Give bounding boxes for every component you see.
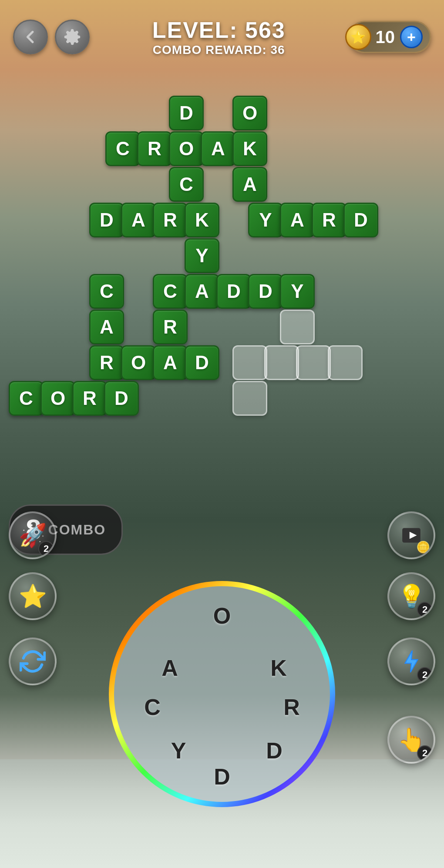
svg-marker-2 (405, 651, 417, 672)
tile-D7: D (104, 381, 139, 416)
tile-A1: A (201, 131, 235, 166)
header-center: LEVEL: 563 COMBO REWARD: 36 (90, 17, 348, 57)
tile-R1: R (137, 131, 172, 166)
tile-C5: C (9, 381, 44, 416)
wheel-letter-C[interactable]: C (144, 694, 161, 720)
tile-D4: D (216, 274, 251, 309)
empty-tile-3 (264, 345, 299, 380)
back-button[interactable] (13, 20, 48, 54)
empty-tile-4 (296, 345, 331, 380)
wheel-letter-O[interactable]: O (213, 603, 231, 629)
settings-button[interactable] (55, 20, 90, 54)
tile-O4: O (40, 381, 75, 416)
lightning-button[interactable]: 2 (387, 638, 435, 685)
tile-Y2: Y (185, 238, 219, 273)
wheel-letter-R[interactable]: R (283, 694, 300, 720)
wheel-letter-Y[interactable]: Y (171, 738, 186, 764)
tile-Y1: Y (248, 203, 283, 237)
tile-K1: K (232, 131, 267, 166)
wheel-letter-D2[interactable]: D (214, 764, 230, 790)
tile-D5: D (248, 274, 283, 309)
bulb-badge: 2 (417, 602, 433, 618)
tile-A7: A (153, 345, 188, 380)
tile-D1: D (169, 96, 204, 130)
tile-D3: D (343, 203, 378, 237)
rocket-badge: 2 (38, 541, 54, 557)
tile-O3: O (121, 345, 156, 380)
tile-R2: R (153, 203, 188, 237)
coin-count: 10 (376, 27, 395, 47)
tile-A4: A (280, 203, 315, 237)
tile-A6: A (89, 310, 124, 344)
coins-display: ⭐ 10 + (348, 21, 431, 53)
letter-wheel[interactable]: O A K C R Y D D (109, 581, 335, 807)
lightning-badge: 2 (417, 667, 433, 683)
hand-button[interactable]: 👆 2 (387, 716, 435, 764)
star-button[interactable]: ⭐ (9, 572, 57, 620)
wheel-letter-K[interactable]: K (270, 655, 287, 681)
level-title: LEVEL: 563 (90, 17, 348, 43)
hand-badge: 2 (417, 745, 433, 761)
tile-R6: R (72, 381, 107, 416)
tile-Y3: Y (280, 274, 315, 309)
coin-icon: ⭐ (345, 24, 371, 50)
tile-D6: D (185, 345, 219, 380)
tile-R5: R (89, 345, 124, 380)
tile-R4: R (153, 310, 188, 344)
tile-C1: C (105, 131, 140, 166)
wheel-letter-D1[interactable]: D (266, 738, 283, 764)
tile-A2: A (232, 167, 267, 202)
empty-tile-2 (232, 345, 267, 380)
tile-A3: A (121, 203, 156, 237)
header: LEVEL: 563 COMBO REWARD: 36 ⭐ 10 + (0, 0, 444, 74)
rocket-button[interactable]: 🚀 2 (9, 511, 57, 559)
refresh-button[interactable] (9, 638, 57, 685)
tile-C4: C (153, 274, 188, 309)
tile-C3: C (89, 274, 124, 309)
combo-label: COMBO (48, 522, 106, 538)
empty-tile-5 (328, 345, 363, 380)
tile-R3: R (312, 203, 346, 237)
header-right: ⭐ 10 + (348, 21, 431, 53)
empty-tile-6 (232, 381, 267, 416)
video-button[interactable]: 🪙 (387, 511, 435, 559)
tile-D2: D (89, 203, 124, 237)
combo-reward-text: COMBO REWARD: 36 (90, 43, 348, 57)
add-coins-button[interactable]: + (400, 26, 423, 48)
tile-C2: C (169, 167, 204, 202)
tile-O1: O (232, 96, 267, 130)
bulb-button[interactable]: 💡 2 (387, 572, 435, 620)
empty-tile-1 (280, 310, 315, 344)
wheel-letter-A[interactable]: A (161, 655, 178, 681)
header-left (13, 20, 90, 54)
bottom-ui: 8 COMBO 🚀 2 ⭐ 🪙 💡 2 2 👆 2 (0, 520, 444, 868)
tile-A5: A (185, 274, 219, 309)
tile-K2: K (185, 203, 219, 237)
tile-O2: O (169, 131, 204, 166)
